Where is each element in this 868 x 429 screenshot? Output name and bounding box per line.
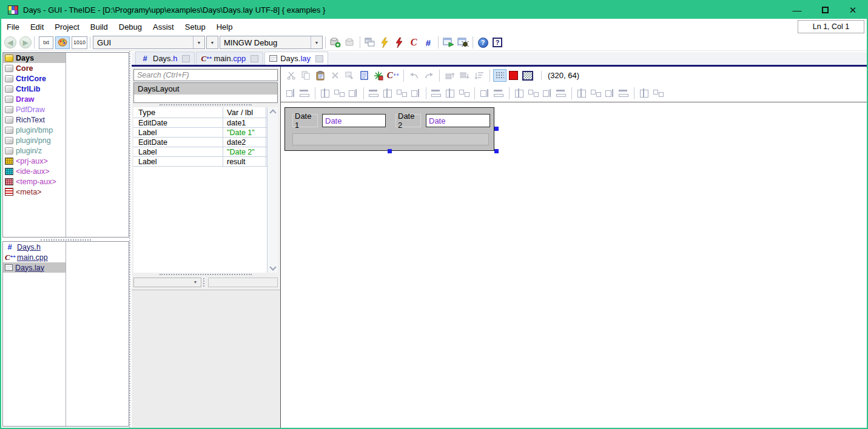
navigate-forward-button[interactable]: ▶: [19, 36, 32, 48]
layout-search-input[interactable]: Search (Ctrl+F): [133, 69, 278, 81]
h-space-remove-button[interactable]: [554, 87, 568, 99]
table-row[interactable]: Label"Date 1": [133, 128, 278, 138]
menu-assist[interactable]: Assist: [147, 20, 180, 34]
combo-row-splitter[interactable]: [203, 278, 207, 287]
compile-file-button[interactable]: C: [406, 36, 421, 49]
package-item[interactable]: plugin/png: [3, 135, 66, 145]
h-space-equally-button[interactable]: [513, 87, 527, 99]
copy-layout-button[interactable]: [357, 69, 371, 82]
package-item[interactable]: Core: [3, 63, 66, 73]
delete-button[interactable]: [328, 69, 342, 82]
tab-close-icon[interactable]: [315, 55, 323, 62]
status-color-button[interactable]: [509, 71, 518, 80]
package-item[interactable]: PdfDraw: [3, 104, 66, 115]
tab-close-icon[interactable]: [182, 55, 190, 62]
run-button[interactable]: [441, 36, 456, 49]
package-item[interactable]: RichText: [3, 115, 66, 125]
add-package-button[interactable]: [328, 36, 343, 49]
debug-button[interactable]: [456, 36, 470, 49]
package-item[interactable]: <temp-aux>: [3, 176, 66, 187]
move-up-button[interactable]: [443, 69, 457, 82]
column-var-lbl[interactable]: Var / lbl: [223, 107, 266, 118]
chevron-down-icon[interactable]: ▼: [311, 36, 322, 48]
property-value-field[interactable]: [208, 278, 278, 287]
copy-button[interactable]: [298, 69, 313, 82]
close-button[interactable]: ✕: [839, 1, 867, 19]
date1-edit-field[interactable]: Date: [322, 114, 386, 127]
menu-help[interactable]: Help: [211, 20, 238, 34]
menu-edit[interactable]: Edit: [25, 20, 49, 34]
package-item[interactable]: Days: [3, 53, 66, 63]
paste-button[interactable]: [313, 69, 328, 82]
h-space-left-button[interactable]: [527, 87, 540, 99]
sort-button[interactable]: [472, 69, 486, 82]
package-item[interactable]: plugin/z: [3, 145, 66, 156]
file-item[interactable]: Days.h: [3, 242, 66, 252]
package-item[interactable]: <meta>: [3, 187, 66, 197]
h-space-right-button[interactable]: [540, 87, 554, 99]
build-button[interactable]: [377, 36, 392, 49]
v-space-remove-button[interactable]: [617, 87, 631, 99]
dialog-form-preview[interactable]: Date 1 Date Date 2 Date: [284, 107, 494, 151]
menu-setup[interactable]: Setup: [180, 20, 211, 34]
chevron-down-icon[interactable]: ▼: [190, 280, 201, 284]
table-row[interactable]: EditDatedate1: [133, 118, 278, 128]
column-type[interactable]: Type: [133, 107, 223, 118]
help-button[interactable]: ?: [476, 36, 490, 49]
date2-edit-field[interactable]: Date: [426, 114, 490, 127]
same-size-button[interactable]: [457, 87, 471, 99]
navigate-back-button[interactable]: ◀: [4, 36, 16, 48]
hex-mode-button[interactable]: 1010: [72, 36, 87, 49]
rebuild-button[interactable]: [392, 36, 406, 49]
resize-handle-right[interactable]: [494, 127, 499, 131]
menu-file[interactable]: File: [1, 20, 25, 34]
package-item[interactable]: plugin/bmp: [3, 125, 66, 135]
resize-handle-bottom[interactable]: [388, 149, 392, 153]
align-v-centers-button[interactable]: [381, 87, 395, 99]
move-right-button[interactable]: [298, 87, 312, 99]
property-combobox[interactable]: ▼: [133, 278, 201, 287]
package-item[interactable]: CtrlLib: [3, 84, 66, 94]
skin-preview-button[interactable]: [522, 71, 533, 81]
package-item[interactable]: <prj-aux>: [3, 156, 66, 166]
package-item[interactable]: <ide-aux>: [3, 166, 66, 176]
v-space-equally-button[interactable]: [575, 87, 589, 99]
table-row[interactable]: Labelresult: [133, 157, 278, 167]
align-bottom-edges-button[interactable]: [395, 87, 409, 99]
menu-project[interactable]: Project: [49, 20, 84, 34]
package-button[interactable]: [343, 36, 357, 49]
export-project-button[interactable]: [363, 36, 377, 49]
align-top-edges-button[interactable]: [367, 87, 381, 99]
design-canvas[interactable]: Date 1 Date Date 2 Date: [281, 102, 867, 428]
tab-main.cpp[interactable]: main.cpp: [196, 52, 263, 65]
package-item[interactable]: CtrlCore: [3, 73, 66, 84]
label-align-button[interactable]: [409, 87, 423, 99]
cut-button[interactable]: [284, 69, 298, 82]
designer-mode-button[interactable]: [55, 36, 70, 49]
tab-close-icon[interactable]: [251, 55, 258, 62]
preprocess-button[interactable]: #: [421, 36, 436, 49]
tab-days.lay[interactable]: Days.lay: [264, 52, 328, 65]
result-label[interactable]: [292, 133, 489, 145]
grid-center-button[interactable]: [651, 87, 665, 99]
file-item[interactable]: main.cpp: [3, 252, 66, 262]
main-config-combobox[interactable]: GUI ▼: [93, 36, 205, 49]
menu-debug[interactable]: Debug: [113, 20, 147, 34]
date1-label[interactable]: Date 1: [292, 114, 318, 127]
center-vertically-button[interactable]: [492, 87, 506, 99]
align-left-edges-button[interactable]: [318, 87, 332, 99]
context-help-button[interactable]: ?: [490, 36, 505, 49]
resize-handle-corner[interactable]: [494, 149, 499, 153]
maximize-button[interactable]: [811, 1, 839, 19]
redo-button[interactable]: [422, 69, 436, 82]
scroll-up-icon[interactable]: [269, 109, 276, 116]
text-mode-button[interactable]: txt: [39, 36, 53, 49]
layout-list-item[interactable]: DaysLayout: [134, 83, 277, 95]
chevron-down-icon[interactable]: ▼: [193, 36, 204, 48]
widget-table-scrollbar[interactable]: [267, 107, 278, 273]
menu-build[interactable]: Build: [85, 20, 113, 34]
duplicate-button[interactable]: [342, 69, 357, 82]
test-layout-button[interactable]: [371, 69, 386, 82]
build-method-dropdown-button[interactable]: ▼: [206, 36, 218, 49]
tab-days.h[interactable]: Days.h: [135, 52, 195, 65]
